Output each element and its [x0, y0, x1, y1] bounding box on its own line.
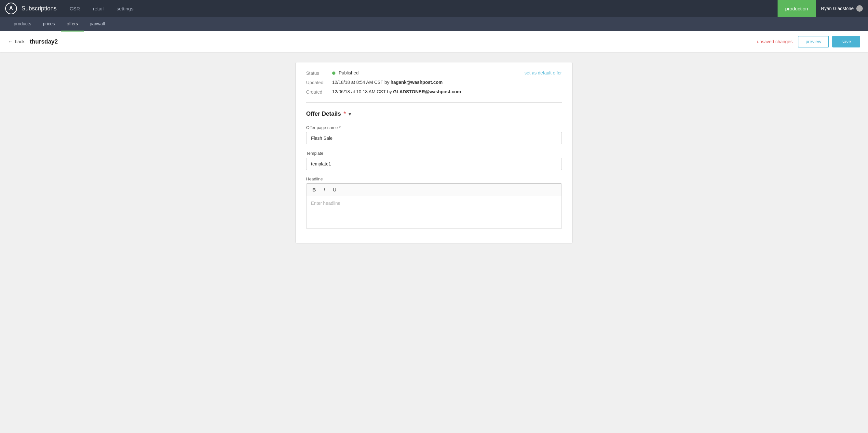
nav-link-retail[interactable]: retail — [93, 6, 104, 11]
subnav-prices[interactable]: prices — [37, 17, 61, 32]
back-label: back — [15, 39, 25, 44]
app-logo[interactable]: A — [5, 3, 17, 14]
offer-page-name-label: Offer page name * — [306, 125, 562, 130]
top-nav-links: CSR retail settings — [70, 6, 777, 11]
created-value: 12/06/18 at 10:18 AM CST by GLADSTONER@w… — [332, 89, 461, 94]
rte-toolbar: B I U — [307, 184, 561, 196]
status-dot-icon — [332, 71, 335, 75]
subnav-paywall[interactable]: paywall — [84, 17, 111, 32]
status-info-block: Status Published set as default offer Up… — [296, 62, 572, 243]
headline-rte-body[interactable]: Enter headline — [307, 196, 561, 229]
rte-underline-button[interactable]: U — [331, 186, 338, 193]
updated-value: 12/18/18 at 8:54 AM CST by hagank@washpo… — [332, 80, 442, 85]
environment-badge[interactable]: production — [778, 0, 816, 17]
updated-label: Updated — [306, 80, 332, 85]
offer-page-name-group: Offer page name * — [306, 125, 562, 144]
created-row: Created 12/06/18 at 10:18 AM CST by GLAD… — [306, 89, 562, 95]
status-text: Published — [339, 70, 359, 75]
sub-navigation: products prices offers paywall — [0, 17, 868, 31]
main-content: Status Published set as default offer Up… — [288, 52, 580, 261]
status-label: Status — [306, 70, 332, 76]
logo-text: A — [9, 5, 13, 11]
created-datetime: 12/06/18 at 10:18 AM CST by — [332, 89, 392, 94]
headline-rte: B I U Enter headline — [306, 184, 562, 229]
nav-link-csr[interactable]: CSR — [70, 6, 80, 11]
offer-details-label: Offer Details — [306, 110, 341, 118]
user-avatar-icon — [856, 5, 863, 12]
back-link[interactable]: ← back — [8, 39, 25, 44]
updated-row: Updated 12/18/18 at 8:54 AM CST by hagan… — [306, 80, 562, 85]
created-label: Created — [306, 89, 332, 95]
template-label: Template — [306, 151, 562, 156]
chevron-down-icon[interactable]: ▾ — [348, 111, 351, 117]
offer-details-title: Offer Details * ▾ — [306, 110, 562, 118]
unsaved-changes-label: unsaved changes — [757, 39, 793, 44]
template-group: Template — [306, 151, 562, 170]
rte-bold-button[interactable]: B — [310, 186, 318, 193]
nav-link-settings[interactable]: settings — [117, 6, 133, 11]
updated-user: hagank@washpost.com — [391, 80, 443, 85]
back-arrow-icon: ← — [8, 39, 13, 44]
app-title: Subscriptions — [22, 5, 57, 12]
preview-button[interactable]: preview — [798, 36, 829, 47]
page-title: thursday2 — [30, 38, 757, 45]
created-user: GLADSTONER@washpost.com — [393, 89, 461, 94]
offer-page-name-input[interactable] — [306, 132, 562, 144]
set-default-offer-link[interactable]: set as default offer — [524, 70, 562, 75]
subnav-products[interactable]: products — [8, 17, 37, 32]
subnav-offers[interactable]: offers — [61, 17, 84, 32]
required-star: * — [344, 110, 346, 118]
status-value: Published — [332, 70, 359, 75]
headline-group: Headline B I U Enter headline — [306, 176, 562, 229]
page-header: ← back thursday2 unsaved changes preview… — [0, 31, 868, 52]
section-divider — [306, 102, 562, 103]
save-button[interactable]: save — [832, 36, 860, 47]
headline-label: Headline — [306, 176, 562, 181]
updated-datetime: 12/18/18 at 8:54 AM CST by — [332, 80, 390, 85]
top-navigation: A Subscriptions CSR retail settings prod… — [0, 0, 868, 17]
rte-italic-button[interactable]: I — [322, 186, 327, 193]
status-row: Status Published set as default offer — [306, 70, 562, 76]
template-input[interactable] — [306, 158, 562, 170]
user-info: Ryan Gladstone — [821, 5, 863, 12]
user-name: Ryan Gladstone — [821, 6, 854, 11]
